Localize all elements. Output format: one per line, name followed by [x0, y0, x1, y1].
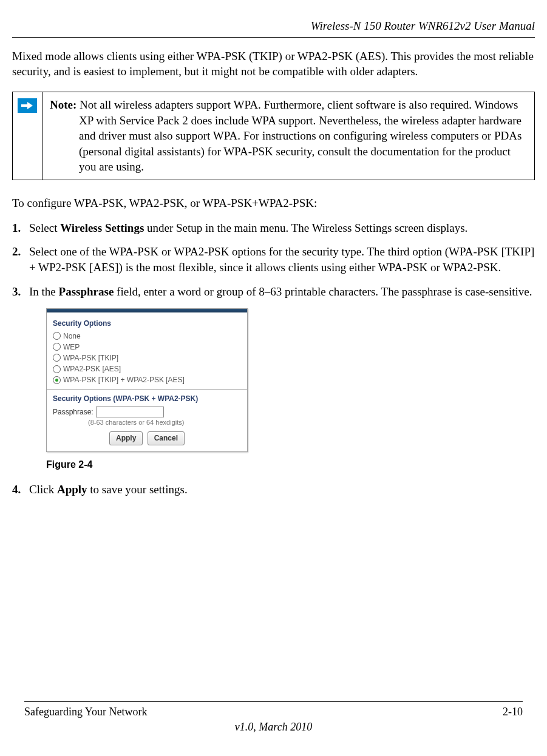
step-text-bold: Passphrase — [59, 285, 114, 298]
radio-wpa2-psk[interactable]: WPA2-PSK [AES] — [53, 364, 241, 374]
apply-button[interactable]: Apply — [109, 431, 143, 445]
security-options-title: Security Options — [53, 319, 241, 328]
radio-label: WPA-PSK [TKIP] — [63, 353, 118, 363]
step-3: 3. In the Passphrase field, enter a word… — [29, 284, 535, 471]
radio-wep[interactable]: WEP — [53, 342, 241, 352]
radio-label: WPA2-PSK [AES] — [63, 364, 121, 374]
header-rule — [12, 37, 535, 38]
radio-icon — [53, 376, 61, 384]
footer-rule — [24, 701, 523, 702]
step-text-bold: Apply — [57, 483, 87, 496]
step-text-post: to save your settings. — [87, 483, 188, 496]
step-1: 1. Select Wireless Settings under Setup … — [29, 220, 535, 236]
figure-security-options: Security Options None WEP WPA-PSK [TKIP]… — [46, 308, 248, 451]
steps-list: 1. Select Wireless Settings under Setup … — [12, 220, 535, 498]
step-text-pre: Click — [29, 483, 57, 496]
radio-label: None — [63, 331, 81, 341]
step-number: 3. — [12, 284, 21, 300]
radio-icon — [53, 332, 61, 340]
footer-left: Safeguarding Your Network — [24, 704, 147, 719]
step-number: 1. — [12, 220, 21, 236]
step-text: Select one of the WPA-PSK or WPA2-PSK op… — [29, 245, 534, 274]
configure-heading: To configure WPA-PSK, WPA2-PSK, or WPA-P… — [12, 195, 535, 211]
footer-version: v1.0, March 2010 — [24, 720, 523, 734]
footer-page-number: 2-10 — [503, 704, 523, 719]
radio-label: WPA-PSK [TKIP] + WPA2-PSK [AES] — [63, 375, 185, 385]
step-number: 4. — [12, 482, 21, 498]
step-text-bold: Wireless Settings — [60, 221, 144, 234]
note-body-text: Not all wireless adapters support WPA. F… — [79, 98, 522, 174]
passphrase-hint: (8-63 characters or 64 hexdigits) — [88, 418, 241, 427]
step-text-pre: In the — [29, 285, 59, 298]
intro-paragraph: Mixed mode allows clients using either W… — [12, 49, 535, 79]
radio-icon — [53, 365, 61, 373]
radio-label: WEP — [63, 342, 80, 352]
radio-mixed[interactable]: WPA-PSK [TKIP] + WPA2-PSK [AES] — [53, 375, 241, 385]
step-2: 2. Select one of the WPA-PSK or WPA2-PSK… — [29, 244, 535, 275]
arrow-right-icon — [18, 98, 37, 113]
note-box: Note: Not all wireless adapters support … — [12, 92, 535, 180]
step-number: 2. — [12, 244, 21, 260]
note-icon-cell — [13, 92, 42, 180]
radio-none[interactable]: None — [53, 331, 241, 341]
footer: Safeguarding Your Network 2-10 v1.0, Mar… — [24, 701, 523, 734]
security-options-subtitle: Security Options (WPA-PSK + WPA2-PSK) — [53, 394, 241, 403]
radio-icon — [53, 354, 61, 362]
divider — [47, 390, 247, 390]
radio-wpa-psk[interactable]: WPA-PSK [TKIP] — [53, 353, 241, 363]
step-text-post: under Setup in the main menu. The Wirele… — [144, 221, 467, 234]
cancel-button[interactable]: Cancel — [148, 431, 185, 445]
step-text-post: field, enter a word or group of 8–63 pri… — [114, 285, 532, 298]
running-head: Wireless-N 150 Router WNR612v2 User Manu… — [12, 18, 535, 34]
radio-icon — [53, 343, 61, 351]
note-label: Note: — [50, 98, 76, 111]
step-text-pre: Select — [29, 221, 60, 234]
passphrase-input[interactable] — [96, 407, 164, 417]
step-4: 4. Click Apply to save your settings. — [29, 482, 535, 498]
note-text: Note: Not all wireless adapters support … — [42, 92, 534, 180]
figure-caption: Figure 2-4 — [46, 458, 535, 471]
passphrase-label: Passphrase: — [53, 407, 93, 417]
